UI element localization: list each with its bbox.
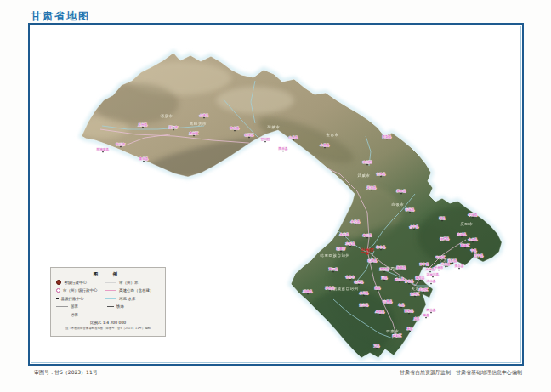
map-label-county: 礼县 xyxy=(398,303,405,307)
county-seat-dot xyxy=(324,147,326,149)
county-seat-dot xyxy=(379,314,381,315)
map-label-county: 甘谷县 xyxy=(405,280,414,283)
legend-item-label: 省界 xyxy=(71,313,78,317)
legend-item-label: 铁路 xyxy=(116,304,124,309)
county-seat-dot xyxy=(248,137,250,139)
county-seat-dot xyxy=(408,313,410,315)
legend-item-label: 县级行政中心 xyxy=(61,297,84,301)
approval-number: 审图号：甘S（2023）11号 xyxy=(34,369,98,377)
county-seat-dot xyxy=(376,348,378,349)
county-seat-dot xyxy=(430,312,432,314)
map-label-county: 徽县 xyxy=(423,314,429,317)
map-label-county: 两当县 xyxy=(427,308,436,312)
county-seat-dot xyxy=(445,266,446,268)
map-label-county: 民勤县 xyxy=(383,135,392,139)
map-label-county: 文县 xyxy=(373,344,380,348)
map-label-county: 肃北县 xyxy=(139,157,149,161)
map-label-county: 永登县 xyxy=(351,219,361,224)
county-seat-dot xyxy=(377,290,378,292)
county-seat-dot xyxy=(203,117,205,119)
map-label-county: 瓜州县 xyxy=(139,123,148,127)
county-seat-dot xyxy=(344,236,345,238)
county-seat-dot xyxy=(400,270,402,271)
city-marker-icon xyxy=(56,288,60,293)
map-label-county: 玛曲县 xyxy=(304,289,313,293)
map-label-county: 凉州区 xyxy=(363,160,372,164)
county-seat-dot xyxy=(363,295,365,297)
map-label-county: 秦州区 xyxy=(411,293,420,296)
map-label-prefecture: 张掖市 xyxy=(268,125,281,129)
map-label-county: 敦煌市 xyxy=(116,142,126,146)
map-label-county: 渭源县 xyxy=(380,267,389,271)
legend-item: 铁路 xyxy=(105,304,162,310)
map-label-county: 庆城县 xyxy=(457,232,467,236)
map-label-county: 宕昌县 xyxy=(383,299,393,304)
capital-marker-icon xyxy=(56,280,61,285)
river-marker-icon xyxy=(105,298,116,299)
county-seat-dot xyxy=(371,190,372,191)
map-label-county: 迭部县 xyxy=(360,303,369,307)
map-label-county: 成县 xyxy=(413,317,420,321)
county-seat-dot xyxy=(429,271,431,273)
map-label-county: 康县 xyxy=(406,327,413,331)
county-seat-dot xyxy=(355,224,356,225)
map-label-prefecture: 临夏回族自治州 xyxy=(321,253,350,258)
county-seat-dot xyxy=(282,151,284,152)
map-label-county: 西和县 xyxy=(405,309,414,313)
legend-item-label: 高速公路（含在建） xyxy=(119,288,154,293)
map-label-county: 永靖县 xyxy=(340,232,349,236)
map-label-county: 合作市 xyxy=(346,275,355,279)
map-label-county: 泾川县 xyxy=(448,259,457,263)
map-label-county: 肃州区 xyxy=(190,132,199,135)
county-seat-dot xyxy=(363,307,365,309)
county-seat-dot xyxy=(102,151,104,153)
railway-marker-icon xyxy=(107,306,114,307)
county-seat-dot xyxy=(472,241,474,243)
legend-item-label: 市（州）级行政中心 xyxy=(63,288,98,293)
county-seat-dot xyxy=(264,141,266,143)
county-seat-dot xyxy=(332,271,334,273)
map-label-county: 武都区 xyxy=(393,334,402,338)
county-seat-dot xyxy=(438,270,440,271)
county-seat-dot xyxy=(380,176,382,178)
county-seat-dot xyxy=(366,237,368,239)
county-seat-dot xyxy=(432,276,434,278)
map-label-county: 武山县 xyxy=(395,278,405,281)
county-seat-dot xyxy=(143,161,145,162)
map-label-county: 民乐县 xyxy=(279,147,288,151)
map-label-county: 正宁县 xyxy=(474,253,484,258)
county-seat-dot xyxy=(414,296,416,298)
map-label-county: 华池县 xyxy=(469,213,478,217)
legend-item-label: 河流 水库 xyxy=(119,297,135,301)
map-label-county: 会宁县 xyxy=(410,224,419,229)
map-label-county: 秦安县 xyxy=(416,276,425,280)
legend-right-column: 市（州）界高速公路（含在建）河流 水库铁路 xyxy=(105,280,162,317)
county-marker-icon xyxy=(56,298,59,300)
map-label-prefecture: 陇南市 xyxy=(387,329,400,333)
map-label-prefecture: 嘉峪关市 xyxy=(190,122,207,126)
county-seat-dot xyxy=(340,251,342,253)
county-seat-dot xyxy=(423,266,425,268)
map-label-county: 金塔县 xyxy=(200,114,209,117)
county-seat-dot xyxy=(400,193,402,195)
county-seat-dot xyxy=(472,217,474,219)
map-label-county: 东乡县 xyxy=(346,241,355,246)
legend-box: 图 例 省级行政中心市（州）级行政中心县级行政中心国界省界 市（州）界高速公路（… xyxy=(50,267,166,337)
map-label-county: 环县 xyxy=(439,217,446,220)
map-label-county: 静宁县 xyxy=(420,262,429,266)
map-label-county: 崆峒区 xyxy=(436,256,446,259)
map-label-county: 天祝县 xyxy=(367,186,377,190)
map-label-county: 陇西县 xyxy=(397,265,406,270)
county-seat-dot xyxy=(386,139,388,140)
map-label-capital: 兰州市 xyxy=(360,247,374,253)
line3-marker-icon xyxy=(105,282,116,283)
map-page: 甘肃省地图 xyxy=(0,0,551,392)
legend-note: 注：本图依据甘肃省标准地图（审图号：甘S（2023）11号）编制 xyxy=(51,327,165,330)
county-seat-dot xyxy=(383,280,385,281)
map-label-county: 永昌县 xyxy=(321,143,330,147)
map-label-county: 古浪县 xyxy=(377,172,386,176)
map-label-county: 靖远县 xyxy=(406,207,415,212)
county-seat-dot xyxy=(387,304,389,305)
county-seat-dot xyxy=(440,259,441,261)
legend-item: 河流 水库 xyxy=(105,296,162,301)
